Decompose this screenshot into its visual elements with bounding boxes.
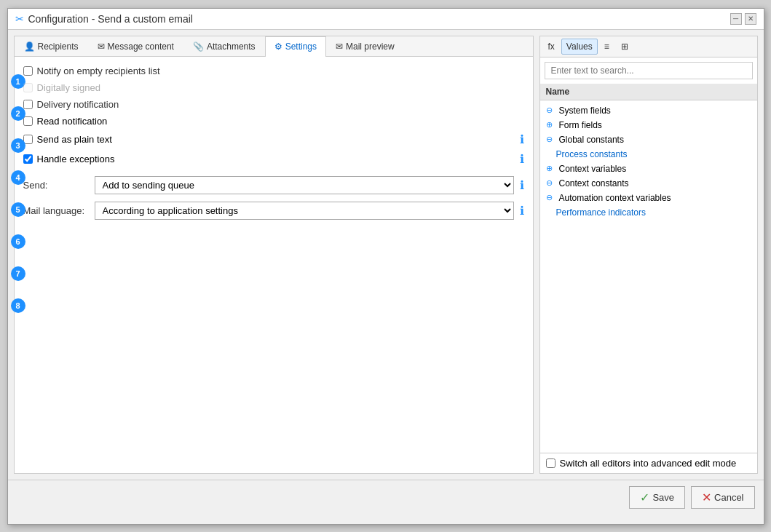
advanced-edit-label: Switch all editors into advanced edit mo…	[560, 458, 737, 469]
title-bar: ✂ Configuration - Send a custom email ─ …	[8, 9, 764, 30]
notify-empty-row: Notify on empty recipients list	[23, 65, 524, 76]
send-field-label: Send:	[23, 180, 89, 191]
badge-5: 5	[11, 202, 25, 217]
message-content-tab-icon: ✉	[98, 41, 105, 52]
digitally-signed-row: Digitally signed	[23, 82, 524, 93]
save-check-icon: ✓	[640, 491, 649, 504]
tree-item-context-variables[interactable]: ⊕ Context variables	[540, 162, 757, 176]
grid2-button[interactable]: ⊞	[616, 39, 633, 55]
window-icon: ✂	[15, 13, 24, 25]
mail-preview-tab-icon: ✉	[336, 41, 343, 52]
system-fields-label: System fields	[559, 106, 611, 116]
tab-message-content[interactable]: ✉ Message content	[88, 36, 183, 56]
left-panel: 👤 Recipients ✉ Message content 📎 Attachm…	[14, 36, 534, 474]
digitally-signed-label: Digitally signed	[37, 82, 100, 93]
grid1-button[interactable]: ≡	[599, 39, 614, 55]
tab-attachments[interactable]: 📎 Attachments	[183, 36, 265, 56]
values-button[interactable]: Values	[561, 39, 598, 55]
footer-bar: ✓ Save ✕ Cancel	[8, 480, 764, 515]
badge-6: 6	[11, 234, 25, 249]
process-constants-label: Process constants	[556, 149, 628, 159]
save-label: Save	[652, 492, 674, 503]
read-notification-label: Read notification	[37, 116, 108, 127]
delivery-notification-row: Delivery notification	[23, 99, 524, 110]
close-button[interactable]: ✕	[745, 13, 756, 25]
cancel-button[interactable]: ✕ Cancel	[691, 486, 754, 509]
send-field-row: Send: Add to sending queue Send immediat…	[23, 176, 524, 194]
mail-preview-tab-label: Mail preview	[346, 41, 395, 52]
right-panel-footer: Switch all editors into advanced edit mo…	[540, 453, 757, 473]
handle-exceptions-row: Handle exceptions ℹ	[23, 152, 524, 166]
handle-exceptions-info-icon[interactable]: ℹ	[520, 152, 524, 166]
context-variables-expand-icon: ⊕	[546, 164, 556, 173]
main-content: 👤 Recipients ✉ Message content 📎 Attachm…	[8, 30, 764, 480]
recipients-tab-label: Recipients	[38, 41, 79, 52]
send-field-info-icon[interactable]: ℹ	[520, 178, 524, 192]
tab-settings[interactable]: ⚙ Settings	[265, 36, 326, 57]
global-constants-expand-icon: ⊖	[546, 135, 556, 144]
minimize-button[interactable]: ─	[730, 13, 742, 25]
fx-button[interactable]: fx	[543, 39, 560, 55]
settings-tab-icon: ⚙	[274, 41, 282, 52]
tree-item-global-constants[interactable]: ⊖ Global constants	[540, 132, 757, 147]
cancel-label: Cancel	[714, 492, 743, 503]
send-plain-text-label: Send as plain text	[37, 134, 112, 145]
badge-7: 7	[11, 266, 25, 281]
search-box	[545, 62, 753, 79]
form-fields-label: Form fields	[559, 120, 602, 130]
tab-mail-preview[interactable]: ✉ Mail preview	[326, 36, 404, 56]
save-button[interactable]: ✓ Save	[629, 486, 685, 509]
cancel-x-icon: ✕	[702, 491, 711, 504]
tab-recipients[interactable]: 👤 Recipients	[15, 36, 88, 56]
performance-indicators-label: Performance indicators	[556, 207, 646, 218]
delivery-notification-label: Delivery notification	[37, 99, 119, 110]
badge-4: 4	[11, 170, 25, 185]
recipients-tab-icon: 👤	[24, 41, 35, 52]
mail-language-field-row: Mail language: According to application …	[23, 202, 524, 220]
badge-3: 3	[11, 138, 25, 153]
automation-expand-icon: ⊖	[546, 193, 556, 202]
context-constants-expand-icon: ⊖	[546, 178, 556, 188]
context-constants-label: Context constants	[559, 178, 629, 188]
side-badges: 1 2 3 4 5 6 7 8	[8, 74, 28, 313]
attachments-tab-label: Attachments	[207, 41, 256, 52]
advanced-edit-checkbox[interactable]	[546, 458, 555, 468]
tree-header: Name	[540, 84, 757, 100]
tree-item-process-constants[interactable]: Process constants	[540, 147, 757, 162]
mail-language-info-icon[interactable]: ℹ	[520, 204, 524, 218]
tree-content: ⊖ System fields ⊕ Form fields ⊖ Global c…	[540, 100, 757, 453]
notify-empty-label: Notify on empty recipients list	[37, 65, 160, 76]
search-input[interactable]	[545, 62, 753, 79]
digitally-signed-checkbox	[23, 83, 33, 92]
right-panel: fx Values ≡ ⊞ Name ⊖ System fields ⊕ For…	[539, 36, 758, 474]
main-window: ✂ Configuration - Send a custom email ─ …	[7, 8, 764, 525]
settings-panel: Notify on empty recipients list Digitall…	[15, 57, 533, 473]
system-fields-expand-icon: ⊖	[546, 106, 556, 115]
badge-8: 8	[11, 298, 25, 313]
message-content-tab-label: Message content	[108, 41, 174, 52]
tree-item-performance-indicators[interactable]: Performance indicators	[540, 205, 757, 220]
read-notification-row: Read notification	[23, 116, 524, 127]
right-toolbar: fx Values ≡ ⊞	[540, 36, 757, 57]
form-fields-expand-icon: ⊕	[546, 120, 556, 130]
tab-bar: 👤 Recipients ✉ Message content 📎 Attachm…	[15, 36, 533, 57]
send-plain-text-row: Send as plain text ℹ	[23, 132, 524, 146]
tree-item-context-constants[interactable]: ⊖ Context constants	[540, 176, 757, 191]
tree-item-form-fields[interactable]: ⊕ Form fields	[540, 118, 757, 132]
settings-tab-label: Settings	[285, 41, 317, 52]
tree-item-automation-context-variables[interactable]: ⊖ Automation context variables	[540, 191, 757, 205]
mail-language-select[interactable]: According to application settings Englis…	[95, 202, 514, 220]
automation-label: Automation context variables	[559, 193, 671, 203]
send-plain-text-info-icon[interactable]: ℹ	[520, 132, 524, 146]
badge-2: 2	[11, 106, 25, 121]
window-title: Configuration - Send a custom email	[28, 13, 193, 25]
attachments-tab-icon: 📎	[193, 41, 204, 52]
context-variables-label: Context variables	[559, 164, 627, 174]
mail-language-label: Mail language:	[23, 205, 89, 216]
send-select[interactable]: Add to sending queue Send immediately	[95, 176, 514, 194]
handle-exceptions-label: Handle exceptions	[37, 154, 115, 164]
global-constants-label: Global constants	[559, 135, 624, 145]
tree-item-system-fields[interactable]: ⊖ System fields	[540, 103, 757, 118]
